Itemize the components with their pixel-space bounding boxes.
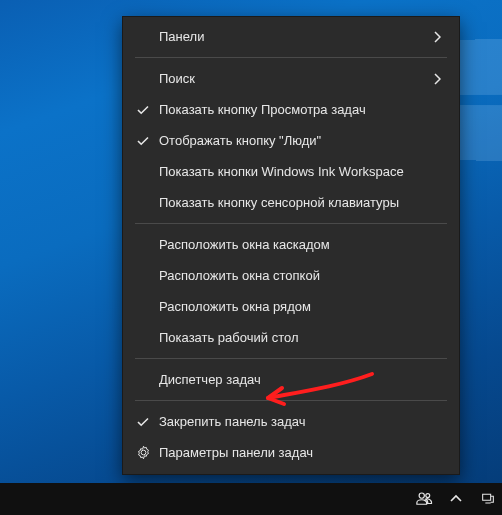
menu-item-search[interactable]: Поиск [123, 63, 459, 94]
people-icon[interactable] [414, 489, 434, 509]
menu-item-label: Панели [153, 29, 429, 44]
menu-item-label: Параметры панели задач [153, 445, 445, 460]
separator [135, 358, 447, 359]
menu-item-label: Закрепить панель задач [153, 414, 445, 429]
checkmark-icon [133, 415, 153, 429]
menu-item-show-people-button[interactable]: Отображать кнопку "Люди" [123, 125, 459, 156]
checkmark-icon [133, 103, 153, 117]
menu-item-show-ink-workspace[interactable]: Показать кнопки Windows Ink Workspace [123, 156, 459, 187]
menu-item-show-touch-keyboard[interactable]: Показать кнопку сенсорной клавиатуры [123, 187, 459, 218]
menu-item-lock-taskbar[interactable]: Закрепить панель задач [123, 406, 459, 437]
menu-item-show-task-view-button[interactable]: Показать кнопку Просмотра задач [123, 94, 459, 125]
taskbar-context-menu: Панели Поиск Показать кнопку Просмотра з… [122, 16, 460, 475]
menu-item-label: Отображать кнопку "Люди" [153, 133, 445, 148]
chevron-right-icon [429, 73, 445, 85]
menu-item-side-by-side-windows[interactable]: Расположить окна рядом [123, 291, 459, 322]
menu-item-stack-windows[interactable]: Расположить окна стопкой [123, 260, 459, 291]
separator [135, 223, 447, 224]
menu-item-label: Показать кнопку Просмотра задач [153, 102, 445, 117]
menu-item-taskbar-settings[interactable]: Параметры панели задач [123, 437, 459, 468]
chevron-up-icon[interactable] [446, 489, 466, 509]
menu-item-task-manager[interactable]: Диспетчер задач [123, 364, 459, 395]
menu-item-label: Показать рабочий стол [153, 330, 445, 345]
menu-item-label: Диспетчер задач [153, 372, 445, 387]
menu-item-toolbars[interactable]: Панели [123, 21, 459, 52]
menu-item-label: Расположить окна стопкой [153, 268, 445, 283]
separator [135, 400, 447, 401]
network-icon[interactable] [478, 489, 498, 509]
taskbar[interactable] [0, 483, 502, 515]
menu-item-label: Расположить окна рядом [153, 299, 445, 314]
menu-item-label: Расположить окна каскадом [153, 237, 445, 252]
menu-item-label: Показать кнопку сенсорной клавиатуры [153, 195, 445, 210]
menu-item-label: Показать кнопки Windows Ink Workspace [153, 164, 445, 179]
menu-item-cascade-windows[interactable]: Расположить окна каскадом [123, 229, 459, 260]
separator [135, 57, 447, 58]
checkmark-icon [133, 134, 153, 148]
gear-icon [133, 445, 153, 460]
menu-item-show-desktop[interactable]: Показать рабочий стол [123, 322, 459, 353]
menu-item-label: Поиск [153, 71, 429, 86]
chevron-right-icon [429, 31, 445, 43]
